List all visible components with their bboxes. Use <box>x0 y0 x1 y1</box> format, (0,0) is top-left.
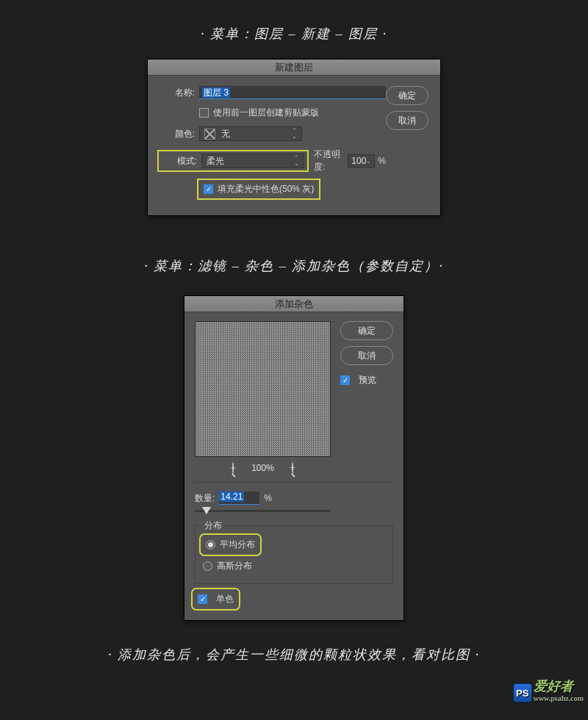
chevron-updown-icon: ⌃⌄ <box>292 128 297 140</box>
preview-label: 预览 <box>359 374 376 386</box>
watermark-url: www.psahz.com <box>534 695 584 702</box>
gaussian-label: 高斯分布 <box>217 560 252 572</box>
watermark: PS 爱好者 www.psahz.com <box>513 677 584 702</box>
ps-logo-icon: PS <box>513 683 532 702</box>
opacity-label: 不透明度: <box>314 148 345 173</box>
clip-mask-label: 使用前一图层创建剪贴蒙版 <box>213 107 319 119</box>
distribution-label: 分布 <box>201 519 225 532</box>
clip-mask-checkbox[interactable] <box>199 108 209 118</box>
zoom-in-button[interactable]: + <box>292 463 293 473</box>
color-select[interactable]: 无 ⌃⌄ <box>199 126 302 141</box>
mode-select[interactable]: 柔光 ⌃⌄ <box>201 154 304 168</box>
zoom-in-icon: + <box>292 462 293 474</box>
mono-label: 单色 <box>216 593 234 605</box>
preview-checkbox[interactable] <box>340 375 350 385</box>
new-layer-dialog: 新建图层 名称: 图层 3 使用前一图层创建剪贴蒙版 颜色: 无 <box>147 59 441 216</box>
fill-neutral-checkbox[interactable] <box>204 184 213 194</box>
add-noise-dialog: 添加杂色 − 100% + 确定 取消 预览 <box>184 295 404 621</box>
divider <box>195 482 393 483</box>
cancel-button[interactable]: 取消 <box>386 111 429 130</box>
uniform-label: 平均分布 <box>220 539 255 551</box>
zoom-level: 100% <box>251 463 274 473</box>
caption-menu-noise: · 菜单：滤镜 – 杂色 – 添加杂色（参数自定）· <box>0 257 588 275</box>
watermark-text: 爱好者 <box>534 679 573 694</box>
zoom-out-icon: − <box>232 462 234 474</box>
distribution-group: 分布 平均分布 高斯分布 <box>195 525 393 584</box>
layer-name-input[interactable]: 图层 3 <box>199 86 386 99</box>
cancel-button[interactable]: 取消 <box>340 346 393 365</box>
uniform-radio[interactable] <box>206 540 215 550</box>
fill-neutral-label: 填充柔光中性色(50% 灰) <box>218 183 314 195</box>
amount-input[interactable]: 14.21 <box>219 492 259 505</box>
opacity-input[interactable]: 100⌄ <box>348 154 375 168</box>
slider-thumb-icon <box>202 507 211 514</box>
amount-label: 数量: <box>195 492 215 505</box>
none-swatch-icon <box>204 129 215 140</box>
noise-preview <box>195 321 331 457</box>
chevron-updown-icon: ⌃⌄ <box>294 155 299 167</box>
opacity-unit: % <box>378 156 386 166</box>
dialog-title: 新建图层 <box>148 60 440 76</box>
dialog-title: 添加杂色 <box>184 296 404 312</box>
name-label: 名称: <box>159 87 195 99</box>
mode-label: 模式: <box>162 155 197 168</box>
ok-button[interactable]: 确定 <box>340 321 393 340</box>
mono-checkbox[interactable] <box>198 594 207 604</box>
color-label: 颜色: <box>159 128 195 140</box>
caption-result: · 添加杂色后，会产生一些细微的颗粒状效果，看对比图 · <box>0 646 588 663</box>
gaussian-radio[interactable] <box>203 561 212 571</box>
amount-unit: % <box>264 493 272 503</box>
zoom-out-button[interactable]: − <box>232 463 234 473</box>
caption-menu-layer: · 菜单：图层 – 新建 – 图层 · <box>0 25 588 43</box>
ok-button[interactable]: 确定 <box>386 86 429 105</box>
